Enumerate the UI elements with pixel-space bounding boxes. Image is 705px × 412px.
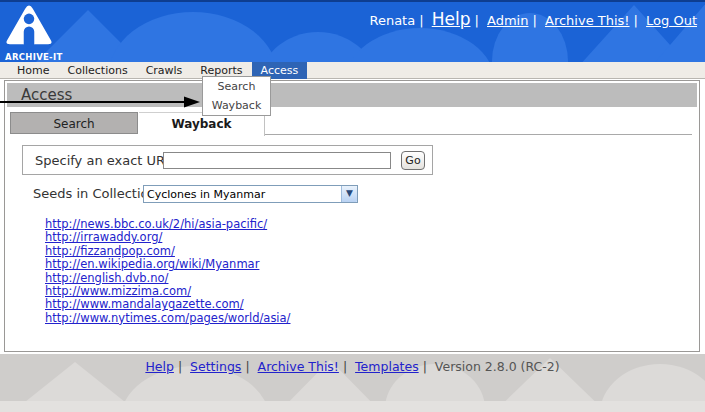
footer-bottom-strip xyxy=(0,401,705,412)
seed-url-link[interactable]: http://news.bbc.co.uk/2/hi/asia-pacific/ xyxy=(45,218,291,231)
seed-url-link[interactable]: http://irrawaddy.org/ xyxy=(45,231,291,244)
nav-item-home[interactable]: Home xyxy=(8,62,58,79)
nav-item-crawls[interactable]: Crawls xyxy=(137,62,192,79)
collection-select-value: Cyclones in Myanmar xyxy=(147,188,265,201)
seed-url-link[interactable]: http://english.dvb.no/ xyxy=(45,272,291,285)
footer-settings-link[interactable]: Settings xyxy=(190,359,241,374)
seeds-in-collection-label: Seeds in Collection xyxy=(33,186,157,201)
archive-this-link[interactable]: Archive This! xyxy=(545,13,630,28)
archive-it-logo[interactable]: ARCHIVE-IT xyxy=(5,5,65,62)
access-dropdown-menu: Search Wayback xyxy=(202,76,271,116)
user-name: Renata xyxy=(369,13,415,28)
exact-url-label: Specify an exact URL xyxy=(35,153,172,168)
version-text: Version 2.8.0 (RC-2) xyxy=(435,359,560,374)
section-title-bar: Access xyxy=(7,83,697,107)
header-decor-hill xyxy=(108,12,278,62)
tab-baseline xyxy=(264,134,692,135)
menu-item-wayback[interactable]: Wayback xyxy=(203,96,270,115)
seeds-row: Seeds in Collection Cyclones in Myanmar … xyxy=(5,185,699,205)
exact-url-panel: Specify an exact URL Go xyxy=(22,145,433,175)
footer: Help| Settings| Archive This!| Templates… xyxy=(0,354,705,412)
seed-url-link[interactable]: http://www.mizzima.com/ xyxy=(45,285,291,298)
header: ARCHIVE-IT Renata| Help| Admin| Archive … xyxy=(0,0,705,62)
admin-link[interactable]: Admin xyxy=(487,13,528,28)
menu-item-search[interactable]: Search xyxy=(203,77,270,96)
nav-item-collections[interactable]: Collections xyxy=(58,62,136,79)
seed-url-link[interactable]: http://www.nytimes.com/pages/world/asia/ xyxy=(45,312,291,325)
content-frame: Access Search Wayback Specify an exact U… xyxy=(4,80,700,352)
tab-bar: Search Wayback xyxy=(10,112,695,136)
seed-url-link[interactable]: http://www.mandalaygazette.com/ xyxy=(45,298,291,311)
exact-url-input[interactable] xyxy=(163,152,391,169)
logo-wordmark: ARCHIVE-IT xyxy=(5,52,65,62)
main-nav: Home Collections Crawls Reports Access xyxy=(0,62,705,79)
seed-url-list: http://news.bbc.co.uk/2/hi/asia-pacific/… xyxy=(45,218,291,325)
archive-it-logo-icon xyxy=(5,5,53,49)
log-out-link[interactable]: Log Out xyxy=(646,13,697,28)
header-links: Renata| Help| Admin| Archive This!| Log … xyxy=(369,9,697,29)
seed-url-link[interactable]: http://fizzandpop.com/ xyxy=(45,245,291,258)
go-button[interactable]: Go xyxy=(401,151,425,170)
help-link[interactable]: Help xyxy=(432,9,471,29)
footer-archive-this-link[interactable]: Archive This! xyxy=(258,359,339,374)
seed-url-link[interactable]: http://en.wikipedia.org/wiki/Myanmar xyxy=(45,258,291,271)
page-title: Access xyxy=(21,86,72,104)
collection-select[interactable]: Cyclones in Myanmar ▼ xyxy=(143,185,358,203)
tab-search[interactable]: Search xyxy=(10,112,138,134)
footer-links: Help| Settings| Archive This!| Templates… xyxy=(0,354,705,374)
header-decor-hill xyxy=(345,28,495,62)
footer-templates-link[interactable]: Templates xyxy=(355,359,419,374)
chevron-down-icon: ▼ xyxy=(341,186,357,202)
archive-it-page: ARCHIVE-IT Renata| Help| Admin| Archive … xyxy=(0,0,705,412)
footer-help-link[interactable]: Help xyxy=(145,359,174,374)
